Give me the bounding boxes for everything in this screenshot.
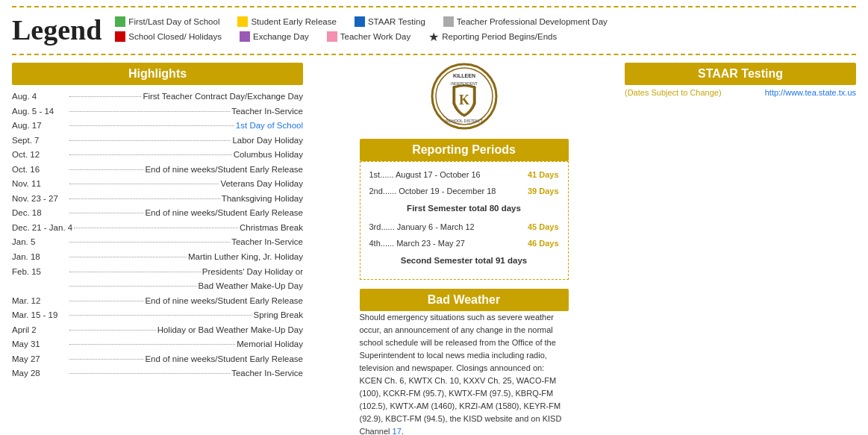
highlight-dots [69, 286, 197, 287]
rp-row: 4th...... March 23 - May 2746 Days [369, 237, 559, 251]
exchange-color [240, 31, 250, 42]
legend-item-staar: STAAR Testing [355, 16, 425, 27]
bad-weather-section: Bad Weather Should emergency situations … [360, 289, 569, 435]
rp-days: 39 Days [528, 184, 559, 199]
legend-row-2: School Closed/ Holidays Exchange Day Tea… [115, 30, 856, 44]
rp-dates: 3rd...... January 6 - March 12 [369, 220, 475, 235]
highlight-event: Labor Day Holiday [232, 134, 303, 148]
highlight-event: 1st Day of School [236, 119, 303, 134]
legend-title: Legend [12, 13, 102, 46]
staar-link[interactable]: http://www.tea.state.tx.us [765, 88, 856, 97]
reporting-label: Reporting Period Begins/Ends [442, 32, 557, 41]
highlight-dots [69, 169, 143, 170]
highlight-dots [69, 111, 230, 112]
rp-total-2: Second Semester total 91 days [369, 253, 559, 269]
staar-color [355, 16, 365, 27]
highlight-dots [69, 140, 231, 141]
highlight-date: Aug. 5 - 14 [12, 104, 68, 119]
highlight-dots [69, 125, 234, 126]
star-icon: ★ [428, 30, 439, 44]
legend-item-first-last: First/Last Day of School [115, 16, 219, 27]
rp-row: 1st...... August 17 - October 1641 Days [369, 168, 559, 183]
highlight-dots [69, 184, 219, 184]
highlight-row: Jan. 5Teacher In-Service [12, 235, 303, 250]
staar-header: STAAR Testing [625, 63, 856, 85]
highlight-date: Mar. 12 [12, 294, 68, 309]
highlight-event: Spring Break [254, 308, 303, 323]
highlight-date: May 28 [12, 366, 68, 381]
rp-row: 2nd...... October 19 - December 1839 Day… [369, 184, 559, 199]
highlight-dots [69, 213, 143, 213]
reporting-content: 1st...... August 17 - October 1641 Days2… [360, 161, 569, 280]
left-column: Highlights Aug. 4First Teacher Contract … [12, 63, 303, 435]
highlight-dots [74, 228, 238, 228]
rp-days: 45 Days [528, 220, 559, 235]
highlight-event: Teacher In-Service [231, 235, 303, 250]
highlight-dots [69, 242, 230, 242]
svg-text:SCHOOL DISTRICT: SCHOOL DISTRICT [446, 119, 484, 123]
highlight-row: Nov. 23 - 27Thanksgiving Holiday [12, 192, 303, 207]
highlight-date: Jan. 18 [12, 250, 68, 265]
highlight-event: End of nine weeks/Student Early Release [145, 206, 303, 221]
highlight-dots [69, 330, 156, 331]
highlight-dots [69, 301, 143, 301]
tpd-label: Teacher Professional Development Day [457, 17, 608, 26]
highlight-date: Nov. 11 [12, 177, 68, 192]
bad-weather-content: Should emergency situations such as seve… [360, 311, 569, 435]
highlight-dots [69, 315, 252, 316]
bad-weather-text: Should emergency situations such as seve… [360, 311, 569, 435]
highlight-row: Aug. 171st Day of School [12, 119, 303, 134]
highlight-dots [69, 154, 232, 155]
highlight-date: Nov. 23 - 27 [12, 192, 68, 207]
legend-item-tpd: Teacher Professional Development Day [443, 16, 608, 27]
teacher-work-color [327, 31, 337, 42]
rp-dates: 1st...... August 17 - October 16 [369, 168, 481, 183]
highlight-event: Teacher In-Service [231, 366, 303, 381]
highlight-row: Aug. 4First Teacher Contract Day/Exchang… [12, 90, 303, 104]
highlight-event: Holiday or Bad Weather Make-Up Day [157, 323, 303, 338]
highlight-date: Oct. 12 [12, 148, 68, 163]
legend-item-closed: School Closed/ Holidays [115, 31, 222, 42]
highlight-row: Dec. 18End of nine weeks/Student Early R… [12, 206, 303, 221]
legend-item-exchange: Exchange Day [240, 31, 309, 42]
highlight-event: Teacher In-Service [231, 104, 303, 119]
highlight-row: Oct. 12Columbus Holiday [12, 148, 303, 163]
bad-weather-channel-link[interactable]: 17 [393, 427, 402, 435]
first-last-label: First/Last Day of School [128, 17, 219, 26]
highlight-dots [69, 96, 141, 97]
legend-bar: Legend First/Last Day of School Student … [0, 7, 868, 51]
highlight-event: Thanksgiving Holiday [222, 192, 303, 207]
legend-row-1: First/Last Day of School Student Early R… [115, 16, 856, 27]
highlight-event: Memorial Holiday [237, 337, 303, 352]
reporting-header: Reporting Periods [360, 139, 569, 161]
svg-text:KILLEEN: KILLEEN [453, 73, 475, 78]
legend-item-reporting: ★ Reporting Period Begins/Ends [428, 30, 557, 44]
highlight-date: May 27 [12, 352, 68, 367]
highlight-dots [69, 272, 201, 272]
highlight-date: Jan. 5 [12, 235, 68, 250]
tpd-color [443, 16, 454, 27]
highlight-date: Feb. 15 [12, 265, 68, 280]
highlight-date: Dec. 18 [12, 206, 68, 221]
highlight-event: Martin Luther King, Jr. Holiday [188, 250, 303, 265]
early-release-label: Student Early Release [251, 17, 336, 26]
highlight-date: May 31 [12, 337, 68, 352]
highlight-row: Dec. 21 - Jan. 4Christmas Break [12, 221, 303, 236]
center-column: KILLEEN INDEPENDENT K SCHOOL DISTRICT Re… [315, 63, 613, 435]
highlight-row: Sept. 7Labor Day Holiday [12, 134, 303, 148]
highlight-event: Presidents' Day Holiday or [202, 265, 303, 280]
highlight-row: April 2Holiday or Bad Weather Make-Up Da… [12, 323, 303, 338]
rp-days: 41 Days [528, 168, 559, 183]
early-release-color [237, 16, 248, 27]
highlight-event: End of nine weeks/Student Early Release [145, 163, 303, 178]
staar-sub: (Dates Subject to Change) http://www.tea… [625, 88, 856, 97]
highlight-row: Aug. 5 - 14Teacher In-Service [12, 104, 303, 119]
closed-label: School Closed/ Holidays [128, 32, 222, 41]
rp-row: 3rd...... January 6 - March 1245 Days [369, 220, 559, 235]
right-column: STAAR Testing (Dates Subject to Change) … [625, 63, 856, 435]
highlight-row: May 27End of nine weeks/Student Early Re… [12, 352, 303, 367]
highlight-date: Oct. 16 [12, 163, 68, 178]
rp-dates: 4th...... March 23 - May 27 [369, 237, 465, 251]
highlight-date: Dec. 21 - Jan. 4 [12, 221, 72, 236]
bottom-border [12, 54, 856, 55]
